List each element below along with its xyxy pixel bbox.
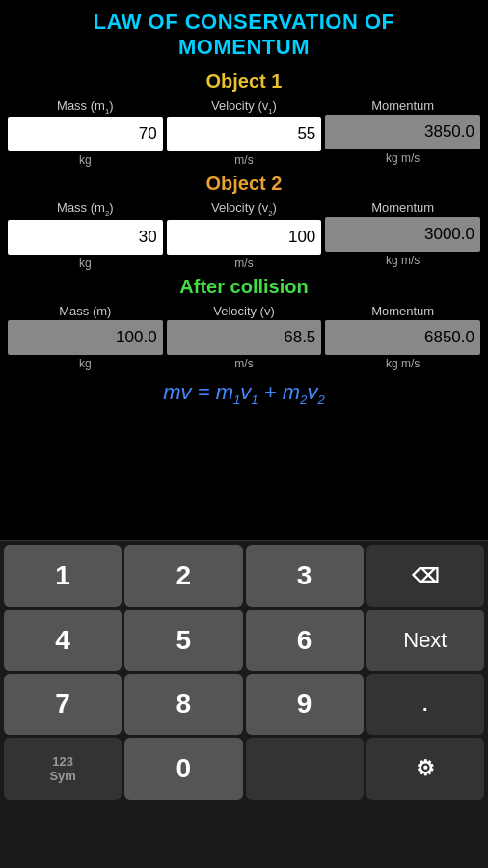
keyboard: 1 2 3 ⌫ 4 5 6 Next 7 8 9 . 123Sym 0 ⚙: [0, 540, 488, 868]
object1-velocity-unit: m/s: [234, 153, 253, 167]
key-6[interactable]: 6: [246, 610, 364, 671]
after-velocity-cell: Velocity (v) m/s: [167, 304, 322, 370]
key-sym[interactable]: 123Sym: [4, 738, 122, 800]
object2-row: Mass (m2) kg Velocity (v2) m/s Momentum …: [8, 201, 480, 270]
main-title: LAW OF CONSERVATION OF MOMENTUM: [8, 10, 480, 61]
after-momentum-input: [325, 320, 480, 355]
after-velocity-unit: m/s: [234, 357, 253, 370]
object1-mass-input[interactable]: [8, 117, 163, 151]
object1-title: Object 1: [8, 70, 480, 93]
object1-mass-label: Mass (m1): [57, 98, 114, 116]
object2-title: Object 2: [8, 173, 480, 195]
object2-velocity-label: Velocity (v2): [211, 201, 277, 218]
object2-mass-input[interactable]: [8, 220, 163, 255]
key-empty: [246, 738, 364, 800]
object1-mass-cell: Mass (m1) kg: [8, 98, 163, 168]
object2-momentum-label: Momentum: [371, 201, 434, 215]
after-mass-unit: kg: [79, 357, 92, 370]
object2-momentum-cell: Momentum kg m/s: [325, 201, 480, 270]
after-section: After collision Mass (m) kg Velocity (v)…: [8, 276, 480, 370]
after-mass-label: Mass (m): [59, 304, 111, 318]
after-mass-input: [8, 320, 163, 355]
after-mass-cell: Mass (m) kg: [8, 304, 163, 370]
object1-velocity-cell: Velocity (v1) m/s: [167, 98, 322, 168]
object2-momentum-input: [325, 217, 480, 252]
after-row: Mass (m) kg Velocity (v) m/s Momentum kg…: [8, 304, 480, 370]
key-9[interactable]: 9: [246, 674, 364, 736]
key-gear[interactable]: ⚙: [366, 738, 484, 800]
object2-momentum-unit: kg m/s: [386, 254, 420, 267]
object1-mass-unit: kg: [79, 153, 92, 167]
key-3[interactable]: 3: [246, 545, 364, 607]
key-dot[interactable]: .: [366, 674, 484, 736]
object2-velocity-cell: Velocity (v2) m/s: [167, 201, 322, 270]
after-momentum-cell: Momentum kg m/s: [325, 304, 480, 370]
object2-velocity-input[interactable]: [167, 220, 322, 255]
after-momentum-label: Momentum: [371, 304, 434, 318]
object1-momentum-unit: kg m/s: [386, 151, 420, 165]
key-next[interactable]: Next: [366, 610, 484, 671]
after-velocity-input: [167, 320, 322, 355]
object2-velocity-unit: m/s: [234, 257, 253, 270]
key-1[interactable]: 1: [4, 545, 122, 607]
object1-row: Mass (m1) kg Velocity (v1) m/s Momentum …: [8, 98, 480, 168]
formula-area: mv = m1v1 + m2v2: [8, 380, 480, 407]
formula-text: mv = m1v1 + m2v2: [163, 380, 325, 404]
key-backspace[interactable]: ⌫: [366, 545, 484, 607]
object2-mass-cell: Mass (m2) kg: [8, 201, 163, 270]
key-0[interactable]: 0: [124, 738, 242, 800]
after-momentum-unit: kg m/s: [386, 357, 420, 370]
key-7[interactable]: 7: [4, 674, 122, 736]
object2-mass-unit: kg: [79, 257, 92, 270]
object1-velocity-input[interactable]: [167, 117, 322, 151]
key-2[interactable]: 2: [124, 545, 242, 607]
object1-velocity-label: Velocity (v1): [211, 98, 277, 116]
key-8[interactable]: 8: [124, 674, 242, 736]
object2-mass-label: Mass (m2): [57, 201, 114, 218]
object1-section: Object 1 Mass (m1) kg Velocity (v1) m/s …: [8, 70, 480, 168]
object2-section: Object 2 Mass (m2) kg Velocity (v2) m/s …: [8, 173, 480, 270]
key-4[interactable]: 4: [4, 610, 122, 671]
object1-momentum-input: [325, 115, 480, 149]
object1-momentum-label: Momentum: [371, 98, 434, 113]
object1-momentum-cell: Momentum kg m/s: [325, 98, 480, 168]
key-5[interactable]: 5: [124, 610, 242, 671]
after-title: After collision: [8, 276, 480, 298]
after-velocity-label: Velocity (v): [213, 304, 275, 318]
